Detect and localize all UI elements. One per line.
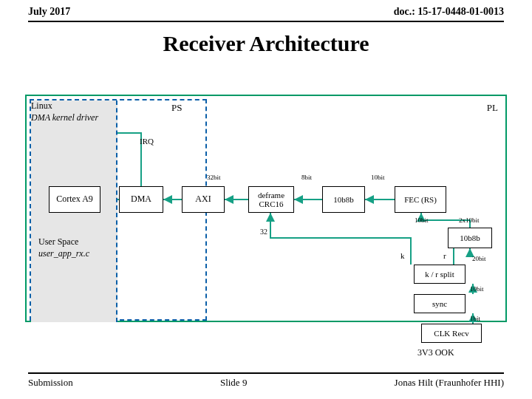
axi-block: AXI xyxy=(182,186,225,213)
linux-text: Linux xyxy=(31,100,98,112)
irq-label: IRQ xyxy=(140,137,154,146)
width-10bit-1: 10bit xyxy=(371,174,385,181)
architecture-diagram: Linux DMA kernel driver PS PL IRQ Cortex… xyxy=(25,95,507,322)
width-8bit: 8bit xyxy=(301,174,312,181)
userapp-text: user_app_rx.c xyxy=(38,248,89,260)
sync-block: sync xyxy=(414,294,466,313)
header-rule xyxy=(28,21,504,22)
krsplit-block: k / r split xyxy=(414,265,466,284)
deframe-block: deframe CRC16 xyxy=(248,186,294,213)
ps-label: PS xyxy=(171,102,182,114)
footer-left: Submission xyxy=(28,377,73,389)
clk-block: CLK Recv xyxy=(421,324,482,343)
page-title: Receiver Architecture xyxy=(0,31,532,56)
cortex-block: Cortex A9 xyxy=(49,186,100,213)
width-20bit: 20bit xyxy=(472,255,486,262)
linux-label: Linux DMA kernel driver xyxy=(31,100,98,123)
label-r: r xyxy=(443,251,446,260)
footer-rule xyxy=(28,372,504,374)
width-10bit-2: 10bit xyxy=(415,216,429,224)
b10b8-block-2: 10b8b xyxy=(448,228,492,248)
b10b8-block-1: 10b8b xyxy=(322,186,365,213)
fec-block: FEC (RS) xyxy=(395,186,446,213)
ook-label: 3V3 OOK xyxy=(417,347,454,358)
width-32bit: 32bit xyxy=(207,174,221,181)
dma-kernel-text: DMA kernel driver xyxy=(31,112,98,124)
width-10bit-3: 10bit xyxy=(470,285,484,293)
label-k: k xyxy=(400,251,405,260)
footer: Submission Slide 9 Jonas Hilt (Fraunhofe… xyxy=(28,372,504,389)
pl-label: PL xyxy=(487,102,498,114)
userspace-text: User Space xyxy=(38,236,89,248)
width-32: 32 xyxy=(260,228,267,236)
dma-block: DMA xyxy=(119,186,163,213)
width-2x10bit: 2x10bit xyxy=(459,216,480,224)
header-doc: doc.: 15-17-0448-01-0013 xyxy=(394,6,504,18)
userspace-label: User Space user_app_rx.c xyxy=(38,236,89,259)
width-1bit: 1bit xyxy=(470,315,480,322)
footer-right: Jonas Hilt (Fraunhofer HHI) xyxy=(395,377,504,389)
footer-center: Slide 9 xyxy=(220,377,247,389)
header-date: July 2017 xyxy=(28,6,70,18)
